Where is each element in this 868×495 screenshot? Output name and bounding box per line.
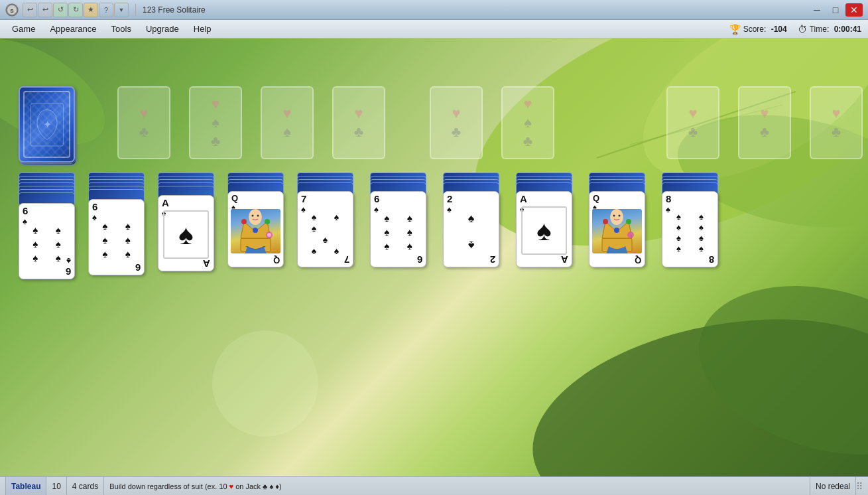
favorites-icon[interactable]: ★	[84, 3, 98, 17]
foundation-6-club: ♣	[523, 133, 532, 150]
minimize-button[interactable]: ─	[808, 3, 826, 17]
foundation-7-heart: ♥	[688, 105, 697, 122]
card-col8-ace[interactable]: A ♠ ♠ A	[516, 191, 572, 267]
foundation-6-heart: ♥	[523, 96, 532, 113]
dropdown-icon[interactable]: ▼	[114, 3, 129, 17]
svg-point-27	[626, 219, 631, 224]
time-value: 0:00:41	[834, 25, 861, 34]
foundation-1-club: ♣	[139, 123, 149, 141]
menu-upgrade[interactable]: Upgrade	[139, 22, 186, 36]
stock-card-top[interactable]: ✦	[19, 86, 75, 163]
foundation-8-heart: ♥	[760, 105, 769, 122]
toolbar-icons-bar: ↩ ↩ ↺ ↻ ★ ? ▼	[23, 3, 129, 17]
score-label: Score:	[743, 25, 769, 34]
svg-point-30	[619, 214, 621, 216]
svg-point-19	[252, 214, 254, 216]
menu-tools[interactable]: Tools	[105, 22, 138, 36]
time-icon: ⏱	[798, 24, 807, 35]
svg-text:S: S	[10, 8, 14, 14]
svg-point-10	[680, 259, 868, 476]
status-columns: 10	[46, 477, 66, 495]
foundation-7-club: ♣	[688, 123, 698, 141]
titlebar-controls: ─ □ ✕	[808, 3, 863, 17]
card-col2-top[interactable]: 6 ♠ ♠ ♠ ♠ ♠ ♠ ♠ 6	[88, 199, 145, 275]
svg-text:✦: ✦	[42, 118, 51, 129]
menubar: Game Appearance Tools Upgrade Help 🏆 Sco…	[0, 20, 868, 38]
card-col7-top[interactable]: 2 ♠ ♠ ♠ 2	[443, 191, 499, 267]
foundation-4[interactable]: ♥ ♣	[332, 86, 385, 159]
foundation-8[interactable]: ♥ ♣	[738, 86, 791, 159]
card-col10-top[interactable]: 8 ♠ ♠ ♠ ♠ ♠ ♠ ♠ ♠ ♠ 8	[662, 191, 718, 267]
foundation-5[interactable]: ♥ ♣	[430, 86, 483, 159]
svg-point-16	[253, 228, 258, 233]
titlebar: S ↩ ↩ ↺ ↻ ★ ? ▼ 123 Free Solitaire ─ □ ✕	[0, 0, 868, 20]
card-col6-top[interactable]: 6 ♠ ♠ ♠ ♠ ♠ ♠ ♠ 6	[370, 191, 426, 267]
status-game-type: Tableau	[5, 477, 46, 495]
card-col4-queen[interactable]: Q ♠	[227, 191, 284, 267]
foundation-8-club: ♣	[760, 123, 769, 141]
svg-point-22	[267, 233, 271, 237]
foundation-3-heart: ♥	[282, 105, 291, 122]
status-redeal: No redeal	[810, 477, 856, 495]
time-display: ⏱ Time: 0:00:41	[798, 24, 861, 35]
svg-point-20	[257, 214, 259, 216]
titlebar-title: 123 Free Solitaire	[143, 5, 206, 15]
foundation-9-heart: ♥	[832, 105, 840, 122]
foundation-6[interactable]: ♥ ♠ ♣	[501, 86, 554, 159]
score-icon: 🏆	[729, 24, 741, 35]
foundation-2-heart: ♥	[211, 96, 219, 113]
foundation-9-club: ♣	[832, 123, 841, 141]
app-icon: S	[5, 3, 19, 17]
foundation-4-heart: ♥	[354, 105, 363, 122]
scorebar: 🏆 Score: -104 ⏱ Time: 0:00:41	[729, 20, 861, 38]
svg-point-17	[265, 219, 270, 224]
statusbar: Tableau 10 4 cards Build down regardless…	[0, 476, 868, 495]
svg-point-25	[603, 219, 608, 224]
build-rule-text: Build down regardless of suit (ex. 10 ♥ …	[109, 482, 281, 490]
svg-point-28	[610, 209, 623, 225]
foundation-5-heart: ♥	[452, 105, 460, 122]
foundation-3[interactable]: ♥ ♠	[261, 86, 314, 159]
menu-help[interactable]: Help	[187, 22, 218, 36]
svg-point-9	[517, 291, 868, 476]
card-col9-queen[interactable]: Q ♠ Q	[589, 191, 645, 267]
stock-pile[interactable]: ✦	[19, 86, 75, 163]
status-cards-per-deal: 4 cards	[67, 477, 104, 495]
foundation-6-spade: ♠	[524, 114, 532, 131]
foundation-2-club: ♣	[211, 133, 220, 150]
foundation-2-spade: ♠	[212, 114, 219, 131]
svg-point-26	[614, 228, 619, 233]
menu-appearance[interactable]: Appearance	[43, 22, 103, 36]
redo-icon[interactable]: ↻	[68, 3, 83, 17]
svg-point-8	[212, 330, 318, 437]
close-button[interactable]: ✕	[845, 3, 863, 17]
score-display: 🏆 Score: -104	[729, 24, 787, 35]
card-col3-top[interactable]: A ♠ ♠ A	[158, 195, 214, 271]
foundation-4-club: ♣	[354, 123, 363, 141]
foundation-7[interactable]: ♥ ♣	[666, 86, 719, 159]
time-label: Time:	[810, 25, 832, 34]
help-icon[interactable]: ?	[99, 3, 113, 17]
resize-grip[interactable]: ⠿	[856, 481, 863, 492]
svg-point-31	[627, 232, 634, 238]
maximize-button[interactable]: □	[827, 3, 844, 17]
foundation-1[interactable]: ♥ ♣	[117, 86, 170, 159]
svg-point-18	[249, 209, 262, 225]
game-area[interactable]: ✦ ♥ ♣ ♥ ♠ ♣ ♥ ♠ ♥ ♣ ♥ ♣ ♥ ♠ ♣ ♥ ♣	[0, 38, 868, 476]
svg-point-15	[241, 219, 247, 224]
titlebar-left: S ↩ ↩ ↺ ↻ ★ ? ▼ 123 Free Solitaire	[5, 3, 206, 17]
undo-icon[interactable]: ↺	[53, 3, 68, 17]
card-col1-top[interactable]: 6 ♠ ♠ ♠ ♠ ♠ ♠ ♠ 6 ♠	[19, 203, 75, 279]
foundation-1-heart: ♥	[139, 105, 148, 122]
foundation-5-club: ♣	[452, 123, 461, 141]
status-build-rule: Build down regardless of suit (ex. 10 ♥ …	[104, 477, 810, 495]
card-col5-top[interactable]: 7 ♠ ♠ ♠ ♠ ♠ ♠ ♠ 7	[297, 191, 353, 267]
svg-point-3	[442, 38, 868, 297]
menu-game[interactable]: Game	[5, 22, 42, 36]
foundation-9[interactable]: ♥ ♣	[810, 86, 863, 159]
back-icon[interactable]: ↩	[23, 3, 37, 17]
forward-icon[interactable]: ↩	[38, 3, 52, 17]
score-value: -104	[771, 25, 787, 34]
foundation-2[interactable]: ♥ ♠ ♣	[189, 86, 242, 159]
foundation-3-spade: ♠	[283, 123, 291, 141]
